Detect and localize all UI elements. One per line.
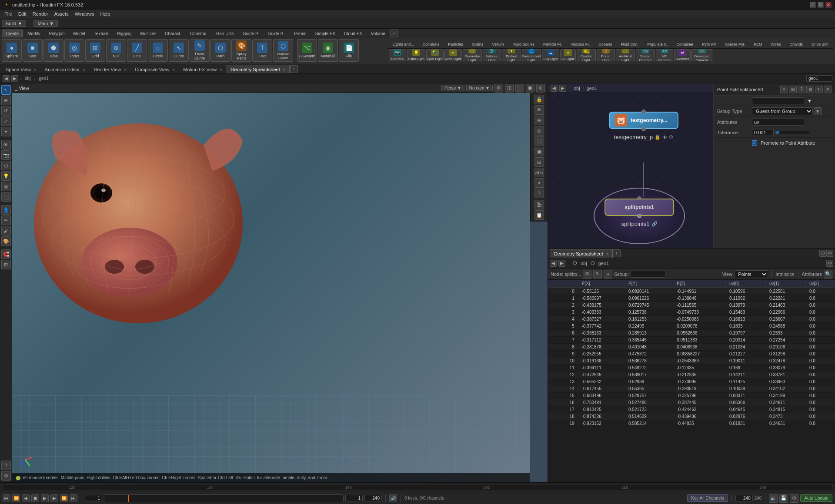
table-row[interactable]: 18 -0.874326 0.514629 -0.439486 0.02976 … (548, 413, 835, 420)
play-start[interactable]: ⏮ (3, 494, 10, 502)
tool-ambient-light[interactable]: ◌Ambient Light (616, 49, 635, 61)
table-row[interactable]: 0 -0.55125 0.0920141 -0.144961 0.10596 0… (548, 288, 835, 295)
vp-icon3[interactable]: ⬛ (515, 84, 524, 93)
sidebar-scale[interactable]: ⤢ (1, 116, 11, 126)
tab-close-geo[interactable]: × (283, 67, 286, 72)
table-row[interactable]: 11 -0.394111 0.549272 -0.12435 0.169 0.3… (548, 365, 835, 371)
menu-assets[interactable]: Assets (52, 10, 71, 18)
vp-icon1[interactable]: ⚙ (494, 84, 503, 93)
sidebar-edit[interactable]: ✏ (1, 216, 11, 225)
table-row[interactable]: 19 -0.923152 0.505214 -0.44835 0.01831 0… (548, 420, 835, 427)
shelf-fluid[interactable]: Fluid Con. (617, 40, 642, 48)
splitpoints-node-box[interactable]: splitpoints1 (605, 199, 674, 216)
shelf-sparse[interactable]: Sparse Pyr. (721, 40, 749, 48)
shelf-populate[interactable]: Populate C. (643, 40, 671, 48)
tool-curve[interactable]: ∿Curve (169, 39, 189, 62)
vp-right-8[interactable]: abc (534, 168, 544, 177)
tool-tube[interactable]: ⬟Tube (43, 39, 63, 62)
tool-distant-light[interactable]: ✦Distant Light (502, 49, 521, 61)
table-row[interactable]: 15 -0.683496 0.529757 -0.325796 0.08371 … (548, 392, 835, 399)
tab-space-view[interactable]: Space View × (2, 65, 40, 73)
col-header-uv0[interactable]: uv[0] (726, 280, 766, 288)
tool-geo-light[interactable]: ⬡Geometry Light (463, 49, 482, 61)
sidebar-grid[interactable]: ⊞ (1, 260, 11, 269)
sidebar-bottom1[interactable]: ? (1, 461, 11, 470)
timeline-playhead[interactable] (104, 494, 344, 502)
vp-right-6[interactable]: ▣ (534, 147, 544, 156)
tool-area-light[interactable]: ☀Area Light (444, 49, 462, 61)
key-all-channels-btn[interactable]: Key All Channels (687, 494, 728, 502)
vp-icon4[interactable]: ▣ (526, 84, 534, 93)
tab-composite-view[interactable]: Composite View × (131, 65, 179, 73)
sidebar-rotate[interactable]: ↺ (1, 106, 11, 116)
tab-close-anim[interactable]: × (83, 67, 86, 72)
col-header-py[interactable]: P[Y] (625, 280, 673, 288)
play-next-key[interactable]: ⏩ (60, 494, 68, 502)
tab-close-mfx[interactable]: × (220, 67, 222, 72)
vp-right-1[interactable]: 🔒 (534, 95, 544, 104)
tool-caustic-light[interactable]: 💫Caustic Light (577, 49, 596, 61)
play-prev-frame[interactable]: ◀ (22, 494, 30, 502)
sidebar-paint[interactable]: 🎨 (1, 236, 11, 246)
breadcrumb-back[interactable]: ◀ (3, 75, 10, 82)
sidebar-view[interactable]: 👁 (1, 140, 11, 149)
frame-input[interactable]: geo1 (806, 75, 832, 82)
sidebar-transform[interactable]: ⊕ (1, 96, 11, 105)
shelf-tab-rigging[interactable]: Rigging (113, 30, 136, 37)
table-row[interactable]: 4 -0.387327 0.161253 -0.0250086 0.16813 … (548, 316, 835, 323)
tool-gamepad[interactable]: 🎮Gamepad Camera (691, 49, 712, 61)
props-btn-5[interactable]: ↻ (815, 86, 823, 93)
view-tab-add[interactable]: + (290, 65, 298, 73)
group-input[interactable] (752, 97, 804, 104)
vp-right-bot2[interactable]: 📋 (534, 210, 544, 220)
col-header-uv1[interactable]: uv[1] (766, 280, 806, 288)
shelf-tab-simplefx[interactable]: Simple FX (311, 30, 339, 37)
sidebar-bottom2[interactable]: ⚙ (1, 471, 11, 481)
table-row[interactable]: 17 -0.810425 0.521723 -0.424462 0.04645 … (548, 406, 835, 413)
audio-btn[interactable]: 🔊 (389, 494, 397, 502)
shelf-grains[interactable]: Grains (468, 40, 488, 48)
attrs-input[interactable] (752, 119, 804, 126)
table-row[interactable]: 3 -0.403383 0.125738 -0.0749733 0.15483 … (548, 309, 835, 316)
shelf-lights[interactable]: Lights and... (389, 40, 418, 48)
tool-spray-paint[interactable]: 🎨Spray Paint (231, 39, 251, 62)
tool-circle[interactable]: ○Circle (148, 39, 168, 62)
group-type-arrow[interactable]: ▼ (814, 107, 822, 115)
shelf-tab-polygon[interactable]: Polygon (45, 30, 68, 37)
geo-nav-obj[interactable]: obj (579, 261, 589, 266)
menu-render[interactable]: Render (30, 10, 51, 18)
play-next-frame[interactable]: ▶ (50, 494, 58, 502)
props-btn-6[interactable]: ✕ (824, 86, 832, 93)
menu-help[interactable]: Help (97, 10, 113, 18)
table-row[interactable]: 1 -0.580997 0.0961226 -0.138846 0.11992 … (548, 295, 835, 302)
sidebar-handle[interactable]: ✦ (1, 127, 11, 136)
build-label[interactable]: Build ▼ (2, 20, 26, 27)
geo-nav-back[interactable]: ◀ (550, 260, 557, 267)
col-header-pz[interactable]: P[Z] (673, 280, 726, 288)
sidebar-snap[interactable]: 🧲 (1, 249, 11, 259)
play-stop[interactable]: ⏹ (31, 494, 39, 502)
tab-motion-fx[interactable]: Motion FX View × (179, 65, 226, 73)
node-splitpoints[interactable]: splitpoints1 splitpoints1 🔗 (605, 196, 674, 227)
spreadsheet-tab[interactable]: Geometry Spreadsheet × (550, 249, 613, 258)
vp-right-3[interactable]: ⊕ (534, 116, 544, 125)
shelf-tab-cloudfx[interactable]: Cloud FX (340, 30, 366, 37)
shelf-viscous[interactable]: Viscous FI. (567, 40, 594, 48)
tool-draw-curve[interactable]: ✎Draw Curve (190, 39, 210, 62)
menu-windows[interactable]: Windows (72, 10, 97, 18)
play-play[interactable]: ▶ (41, 494, 49, 502)
cam-btn[interactable]: No cam ▼ (466, 85, 493, 91)
persp-btn[interactable]: Persp ▼ (441, 85, 464, 91)
play-end[interactable]: ⏭ (70, 494, 77, 502)
table-row[interactable]: 8 -0.281878 0.401048 0.0406938 0.21034 0… (548, 344, 835, 351)
shelf-tab-terrain[interactable]: Terrain (289, 30, 311, 37)
shelf-tab-charact[interactable]: Charact. (161, 30, 185, 37)
shelf-particles[interactable]: Particles (444, 40, 467, 48)
node-testgeometry[interactable]: 🐷 testgeometry... testgeometry_p 🔒 👁 ⚙ (609, 109, 678, 140)
tool-line[interactable]: ╱Line (127, 39, 147, 62)
col-header-uv2[interactable]: uv[2] (806, 280, 835, 288)
shelf-drive-sim[interactable]: Drive Sim (808, 40, 832, 48)
sidebar-light[interactable]: 💡 (1, 171, 11, 181)
close-btn[interactable]: ✕ (825, 2, 832, 8)
tool-point-light[interactable]: 💡Point Light (407, 49, 425, 61)
